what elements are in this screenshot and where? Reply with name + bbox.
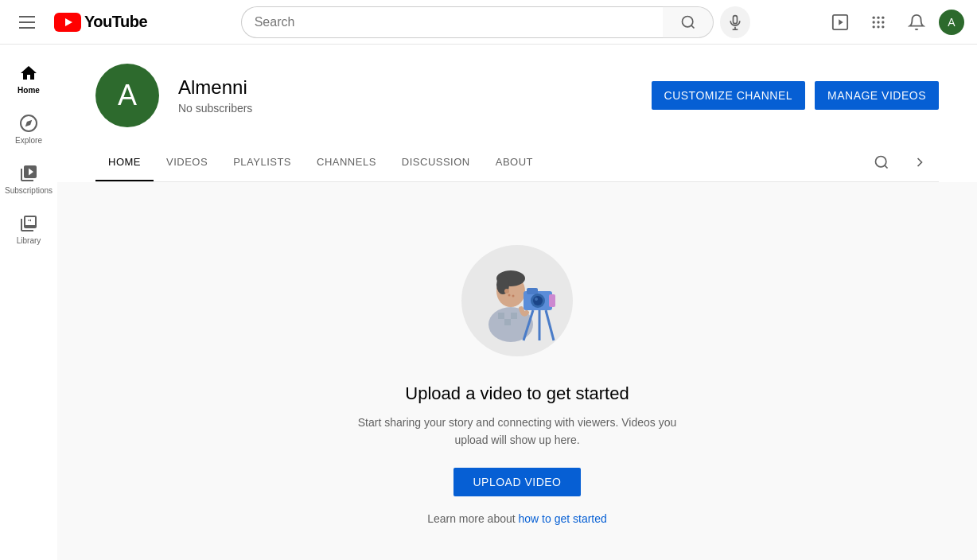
upload-video-button[interactable]: UPLOAD VIDEO <box>453 468 580 496</box>
apps-button[interactable] <box>862 6 894 38</box>
tab-about[interactable]: ABOUT <box>483 143 546 181</box>
svg-rect-28 <box>504 319 511 325</box>
bell-icon <box>908 14 925 31</box>
tab-search-icon <box>874 154 889 170</box>
svg-point-12 <box>872 21 874 23</box>
svg-line-21 <box>885 165 888 169</box>
channel-avatar: A <box>95 64 159 127</box>
topnav-center <box>241 6 750 38</box>
youtube-logo[interactable]: YouTube <box>54 13 147 32</box>
sidebar-item-explore[interactable]: Explore <box>0 104 57 154</box>
youtube-logo-text: YouTube <box>84 13 147 31</box>
svg-point-13 <box>877 21 879 23</box>
topnav-right: A <box>824 6 964 38</box>
mic-button[interactable] <box>720 6 749 38</box>
empty-state-illustration <box>453 237 581 364</box>
svg-rect-29 <box>511 319 517 325</box>
channel-subscribers: No subscribers <box>178 102 633 115</box>
library-icon <box>19 214 38 233</box>
search-form <box>241 6 714 38</box>
search-button[interactable] <box>663 6 714 38</box>
svg-point-34 <box>508 294 511 296</box>
sidebar-item-subscriptions[interactable]: Subscriptions <box>0 154 57 204</box>
channel-header: A Almenni No subscribers CUSTOMIZE CHANN… <box>57 45 977 182</box>
empty-state-title: Upload a video to get started <box>405 383 629 404</box>
svg-point-16 <box>877 25 879 28</box>
subscriptions-icon <box>19 164 38 183</box>
tab-discussion[interactable]: DISCUSSION <box>389 143 483 181</box>
notifications-button[interactable] <box>901 6 932 38</box>
channel-name: Almenni <box>178 76 633 99</box>
svg-line-3 <box>691 25 695 28</box>
hamburger-button[interactable] <box>13 10 41 35</box>
svg-point-14 <box>882 21 884 23</box>
apps-icon <box>870 14 886 30</box>
svg-point-15 <box>872 25 874 28</box>
content-area: Upload a video to get started Start shar… <box>57 182 977 560</box>
sidebar-label-subscriptions: Subscriptions <box>5 186 53 195</box>
mic-icon <box>727 14 743 30</box>
tab-videos[interactable]: VIDEOS <box>154 143 220 181</box>
user-avatar-button[interactable]: A <box>939 10 964 35</box>
topnav: YouTube <box>0 0 977 45</box>
chevron-right-icon <box>912 154 928 170</box>
learn-more-link[interactable]: how to get started <box>519 512 607 525</box>
search-icon <box>680 14 696 30</box>
channel-actions: CUSTOMIZE CHANNEL MANAGE VIDEOS <box>652 81 939 110</box>
svg-point-2 <box>682 16 692 26</box>
svg-point-17 <box>882 25 884 28</box>
svg-rect-41 <box>549 294 555 307</box>
svg-rect-24 <box>498 313 504 319</box>
svg-rect-26 <box>511 313 517 319</box>
upload-icon <box>831 14 849 31</box>
channel-tabs: HOME VIDEOS PLAYLISTS CHANNELS DISCUSSIO… <box>95 143 939 182</box>
svg-rect-25 <box>504 313 511 319</box>
svg-rect-37 <box>527 288 538 294</box>
search-input[interactable] <box>241 6 664 38</box>
svg-point-33 <box>504 289 509 294</box>
svg-rect-4 <box>734 15 738 23</box>
svg-rect-27 <box>498 319 504 325</box>
svg-point-20 <box>876 157 886 167</box>
svg-point-39 <box>533 296 543 305</box>
sidebar: Home Explore Subscriptions Library <box>0 45 57 560</box>
explore-icon <box>19 114 38 133</box>
sidebar-item-home[interactable]: Home <box>0 54 57 104</box>
tab-more-button[interactable] <box>901 143 939 181</box>
learn-more-text: Learn more about how to get started <box>427 512 607 525</box>
svg-point-10 <box>877 16 879 18</box>
svg-point-35 <box>512 294 515 297</box>
svg-point-9 <box>872 16 874 18</box>
home-icon <box>19 64 38 83</box>
tab-channels[interactable]: CHANNELS <box>304 143 389 181</box>
sidebar-label-home: Home <box>18 86 40 95</box>
manage-videos-button[interactable]: MANAGE VIDEOS <box>815 81 939 110</box>
main-content: A Almenni No subscribers CUSTOMIZE CHANN… <box>57 45 977 560</box>
empty-state-description: Start sharing your story and connecting … <box>342 414 692 449</box>
avatar-letter: A <box>948 16 955 29</box>
customize-channel-button[interactable]: CUSTOMIZE CHANNEL <box>652 81 805 110</box>
svg-marker-19 <box>25 120 32 126</box>
svg-point-11 <box>882 16 884 18</box>
tab-home[interactable]: HOME <box>95 143 154 181</box>
sidebar-label-library: Library <box>17 236 41 245</box>
channel-info: A Almenni No subscribers CUSTOMIZE CHANN… <box>95 64 939 143</box>
channel-details: Almenni No subscribers <box>178 76 633 115</box>
sidebar-item-library[interactable]: Library <box>0 204 57 255</box>
svg-marker-8 <box>839 19 843 25</box>
sidebar-label-explore: Explore <box>15 136 42 145</box>
tab-search-button[interactable] <box>862 143 901 181</box>
topnav-left: YouTube <box>13 10 204 35</box>
upload-button[interactable] <box>824 6 856 38</box>
youtube-logo-icon <box>54 13 81 32</box>
svg-point-40 <box>535 298 538 301</box>
tab-playlists[interactable]: PLAYLISTS <box>220 143 304 181</box>
